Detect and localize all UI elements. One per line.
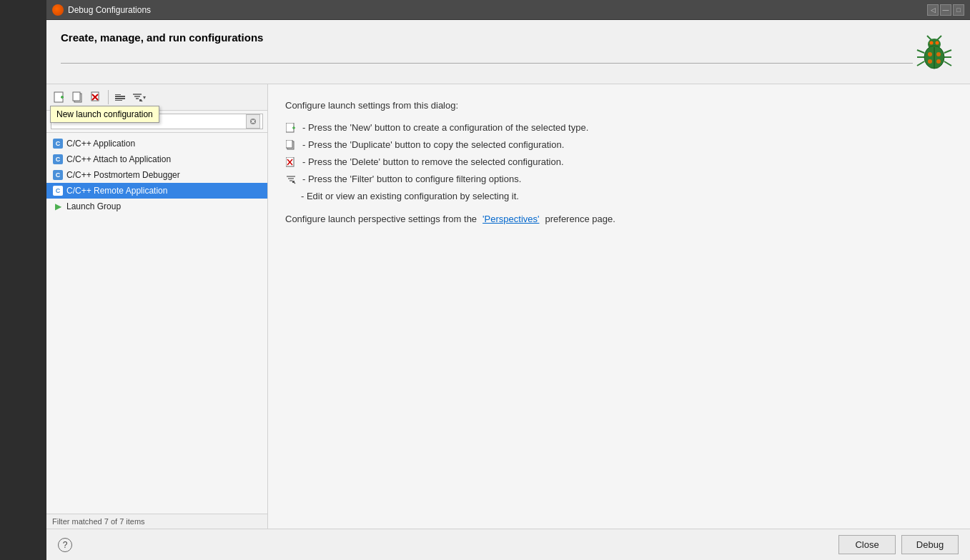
svg-line-11 [944, 61, 951, 66]
delete-config-btn[interactable] [88, 89, 105, 106]
left-toolbar: ▾ [46, 84, 267, 111]
svg-point-3 [936, 41, 939, 45]
svg-rect-26 [115, 96, 125, 97]
title-bar: Debug Configurations ◁ — □ [46, 0, 970, 20]
window-back-btn[interactable]: ◁ [927, 4, 939, 16]
tree-item-label: C/C++ Attach to Application [66, 154, 171, 164]
dialog-header-left: Create, manage, and run configurations [61, 31, 913, 64]
svg-point-14 [928, 52, 932, 56]
bottom-bar: ? Close Debug [46, 529, 970, 560]
cpp-postmortem-icon: C [52, 169, 64, 181]
tree-item-cpp-postmortem[interactable]: C C/C++ Postmortem Debugger [46, 167, 267, 183]
svg-point-16 [928, 59, 932, 64]
info-item-duplicate: - Press the 'Duplicate' button to copy t… [285, 139, 953, 151]
edit-icon [285, 191, 295, 202]
filter-icon-display [285, 174, 297, 185]
filter-icon [132, 91, 143, 103]
tree-item-label: Launch Group [66, 201, 121, 211]
close-button[interactable]: Close [838, 535, 896, 554]
svg-line-8 [917, 61, 924, 66]
window-controls: ◁ — □ [927, 4, 964, 16]
tree-item-cpp-application[interactable]: C C/C++ Application [46, 136, 267, 151]
cpp-app-icon: C [52, 138, 64, 149]
filter-dropdown-arrow: ▾ [143, 94, 146, 101]
info-item-filter-text: - Press the 'Filter' button to configure… [302, 174, 521, 184]
dialog-body: Create, manage, and run configurations [46, 20, 970, 560]
tree-list[interactable]: C C/C++ Application C C/C++ Attach to Ap… [46, 133, 267, 514]
dialog-content: ▾ [46, 84, 970, 529]
delete-icon-display [285, 156, 297, 168]
tree-item-cpp-attach[interactable]: C C/C++ Attach to Application [46, 151, 267, 167]
svg-rect-28 [115, 98, 125, 99]
svg-point-17 [936, 59, 941, 64]
svg-line-5 [937, 36, 941, 40]
bottom-right: Close Debug [838, 535, 959, 554]
svg-line-4 [927, 36, 931, 40]
configuration-name-input[interactable] [61, 49, 913, 64]
help-icon: ? [63, 540, 68, 550]
tree-item-label: C/C++ Postmortem Debugger [66, 170, 180, 180]
duplicate-config-icon [72, 91, 84, 103]
right-panel: Configure launch settings from this dial… [268, 84, 970, 529]
info-item-filter: - Press the 'Filter' button to configure… [285, 174, 953, 185]
duplicate-config-btn[interactable] [69, 89, 86, 106]
svg-point-15 [936, 52, 941, 56]
info-item-edit-text: - Edit or view an existing configuration… [301, 191, 519, 201]
tree-item-cpp-remote[interactable]: C C/C++ Remote Application [46, 183, 267, 199]
svg-rect-29 [115, 100, 122, 101]
dialog-app-icon [52, 4, 64, 16]
collapse-btn[interactable] [112, 89, 129, 106]
new-config-btn[interactable] [51, 89, 68, 106]
tree-item-label: C/C++ Remote Application [66, 186, 167, 196]
debug-button[interactable]: Debug [901, 535, 959, 554]
dialog-main-title: Create, manage, and run configurations [61, 31, 913, 44]
tree-item-label: C/C++ Application [66, 139, 135, 149]
cpp-attach-icon: C [52, 154, 64, 165]
collapse-icon [114, 91, 126, 103]
filter-status: Filter matched 7 of 7 items [46, 514, 267, 529]
bug-icon [913, 31, 956, 74]
info-item-duplicate-text: - Press the 'Duplicate' button to copy t… [302, 139, 564, 150]
window-max-btn[interactable]: □ [953, 4, 964, 16]
intro-text: Configure launch settings from this dial… [285, 99, 953, 114]
cpp-remote-icon: C [52, 185, 64, 196]
search-input[interactable] [51, 114, 263, 129]
search-container [46, 111, 267, 133]
duplicate-icon [285, 139, 297, 151]
launch-group-icon: ▶ [52, 201, 64, 212]
info-item-edit: - Edit or view an existing configuration… [285, 191, 953, 202]
left-panel: ▾ [46, 84, 268, 529]
dialog-title-text: Debug Configurations [68, 5, 151, 15]
filter-btn[interactable]: ▾ [130, 89, 147, 106]
bottom-left: ? [58, 538, 72, 552]
svg-line-9 [944, 50, 951, 53]
info-item-new-text: - Press the 'New' button to create a con… [302, 122, 588, 133]
svg-point-2 [930, 41, 934, 45]
info-item-delete-text: - Press the 'Delete' button to remove th… [302, 156, 564, 167]
new-icon [285, 122, 297, 134]
new-config-icon [54, 91, 65, 103]
search-clear-btn[interactable] [246, 114, 260, 129]
info-item-new: - Press the 'New' button to create a con… [285, 122, 953, 134]
debug-icon-container [913, 31, 956, 74]
help-button[interactable]: ? [58, 538, 72, 552]
perspectives-pre-text: Configure launch perspective settings fr… [285, 214, 477, 224]
search-clear-icon [249, 118, 257, 125]
perspectives-link[interactable]: 'Perspectives' [482, 214, 539, 224]
svg-line-50 [294, 182, 295, 184]
window-min-btn[interactable]: — [940, 4, 951, 16]
dialog-header: Create, manage, and run configurations [46, 20, 970, 84]
svg-rect-42 [286, 140, 292, 148]
svg-rect-22 [73, 92, 80, 101]
info-item-delete: - Press the 'Delete' button to remove th… [285, 156, 953, 168]
delete-config-icon [91, 91, 102, 103]
perspectives-post-text: preference page. [545, 214, 615, 224]
toolbar-separator [108, 90, 109, 104]
svg-line-6 [917, 50, 924, 53]
tree-item-launch-group[interactable]: ▶ Launch Group [46, 199, 267, 214]
svg-rect-27 [115, 94, 121, 95]
perspectives-line: Configure launch perspective settings fr… [285, 214, 953, 224]
